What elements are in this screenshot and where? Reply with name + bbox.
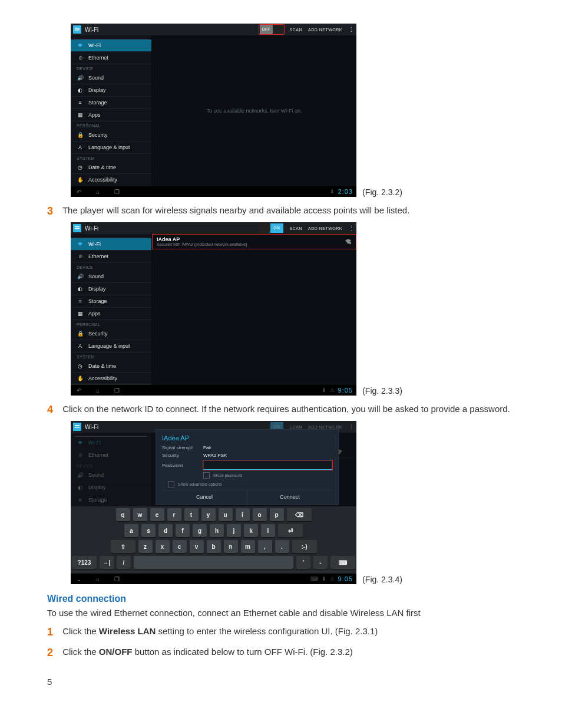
network-item[interactable]: IAdea AP Secured with WPA2 (protected ne… bbox=[152, 234, 356, 249]
keyboard-hide-icon[interactable]: ⌄ bbox=[74, 575, 84, 582]
sidebar-item-sound[interactable]: 🔊Sound bbox=[71, 271, 151, 283]
sidebar-item-wifi[interactable]: Wi-Fi bbox=[71, 437, 151, 449]
key-:-)[interactable]: :-) bbox=[292, 540, 317, 553]
sidebar-item-apps[interactable]: ▦Apps bbox=[71, 109, 151, 121]
status-clock: 9:05 bbox=[338, 575, 353, 582]
key-k[interactable]: k bbox=[244, 524, 258, 537]
overflow-icon[interactable]: ⋮ bbox=[348, 26, 354, 34]
key-slash[interactable]: / bbox=[117, 556, 131, 569]
sidebar-item-storage[interactable]: ≡Storage bbox=[71, 295, 151, 308]
key-z[interactable]: z bbox=[138, 540, 153, 553]
sidebar-item-accessibility[interactable]: ✋Accessibility bbox=[71, 373, 151, 385]
key-w[interactable]: w bbox=[133, 508, 147, 521]
wired-connection-heading: Wired connection bbox=[47, 594, 515, 604]
sidebar-item-language[interactable]: ALanguage & input bbox=[71, 340, 151, 353]
key-⏎[interactable]: ⏎ bbox=[278, 524, 303, 537]
sidebar-item-wifi[interactable]: Wi-Fi bbox=[71, 39, 151, 52]
key-g[interactable]: g bbox=[193, 524, 207, 537]
recents-icon[interactable]: ❐ bbox=[112, 575, 121, 582]
key-j[interactable]: j bbox=[227, 524, 241, 537]
add-network-button[interactable]: ADD NETWORK bbox=[308, 28, 342, 32]
sidebar-item-apps[interactable]: ▦Apps bbox=[71, 308, 151, 320]
step-number: 4 bbox=[47, 404, 60, 416]
key-b[interactable]: b bbox=[207, 540, 221, 553]
sidebar-item-ethernet[interactable]: ⎚Ethernet bbox=[71, 449, 151, 462]
key-c[interactable]: c bbox=[173, 540, 187, 553]
add-network-button[interactable]: ADD NETWORK bbox=[308, 226, 342, 230]
scan-button[interactable]: SCAN bbox=[290, 226, 302, 230]
key-v[interactable]: v bbox=[190, 540, 204, 553]
figure-2-3-2-row: Wi-Fi OFF SCAN ADD NETWORK ⋮ Wi-Fi ⎚Ethe… bbox=[71, 24, 515, 197]
home-icon[interactable]: ⌂ bbox=[93, 188, 103, 195]
key-i[interactable]: i bbox=[236, 508, 250, 521]
sidebar-item-storage[interactable]: ≡Storage bbox=[71, 97, 151, 109]
sidebar-item-display[interactable]: ◐Display bbox=[71, 84, 151, 97]
sidebar-item-accessibility[interactable]: ✋Accessibility bbox=[71, 174, 151, 186]
key-symbols[interactable]: ?123 bbox=[72, 556, 97, 569]
key-tab[interactable]: →| bbox=[100, 556, 114, 569]
key-f[interactable]: f bbox=[176, 524, 190, 537]
sidebar-item-sound[interactable]: 🔊Sound bbox=[71, 469, 151, 482]
back-icon[interactable]: ↶ bbox=[74, 387, 84, 394]
key-dash[interactable]: - bbox=[313, 556, 328, 569]
connect-button[interactable]: Connect bbox=[247, 490, 332, 503]
key-u[interactable]: u bbox=[219, 508, 233, 521]
key-x[interactable]: x bbox=[156, 540, 170, 553]
overflow-icon[interactable]: ⋮ bbox=[348, 225, 354, 232]
sidebar-item-sound[interactable]: 🔊Sound bbox=[71, 72, 151, 84]
key-o[interactable]: o bbox=[253, 508, 267, 521]
key-input-method[interactable]: ⌨ bbox=[330, 556, 355, 569]
key-r[interactable]: r bbox=[167, 508, 181, 521]
home-icon[interactable]: ⌂ bbox=[93, 575, 103, 582]
key-⌫[interactable]: ⌫ bbox=[287, 508, 312, 521]
warning-icon: ⚠ bbox=[330, 387, 335, 393]
back-icon[interactable]: ↶ bbox=[74, 188, 84, 195]
sidebar-item-ethernet[interactable]: ⎚Ethernet bbox=[71, 251, 151, 263]
recents-icon[interactable]: ❐ bbox=[112, 188, 121, 195]
key-m[interactable]: m bbox=[241, 540, 255, 553]
key-n[interactable]: n bbox=[224, 540, 238, 553]
sidebar-item-ethernet[interactable]: ⎚Ethernet bbox=[71, 52, 151, 64]
key-t[interactable]: t bbox=[184, 508, 199, 521]
sidebar-item-display[interactable]: ◐Display bbox=[71, 482, 151, 494]
show-advanced-checkbox[interactable]: Show advanced options bbox=[168, 481, 332, 487]
sidebar-item-security[interactable]: 🔒Security bbox=[71, 328, 151, 340]
settings-titlebar: Wi-Fi OFF SCAN ADD NETWORK ⋮ bbox=[71, 24, 356, 35]
sidebar-item-security[interactable]: 🔒Security bbox=[71, 129, 151, 141]
wifi-toggle[interactable]: OFF bbox=[259, 25, 284, 34]
sidebar-item-datetime[interactable]: ◷Date & time bbox=[71, 162, 151, 174]
add-network-button[interactable]: ADD NETWORK bbox=[308, 425, 342, 429]
recents-icon[interactable]: ❐ bbox=[112, 387, 121, 394]
key-h[interactable]: h bbox=[210, 524, 224, 537]
key-e[interactable]: e bbox=[150, 508, 164, 521]
key-l[interactable]: l bbox=[261, 524, 275, 537]
settings-sidebar: Wi-Fi ⎚Ethernet DEVICE 🔊Sound ◐Display ≡… bbox=[71, 234, 152, 385]
key-a[interactable]: a bbox=[124, 524, 138, 537]
sidebar-item-display[interactable]: ◐Display bbox=[71, 283, 151, 295]
sidebar-item-storage[interactable]: ≡Storage bbox=[71, 494, 151, 506]
key-⇧[interactable]: ⇧ bbox=[111, 540, 135, 553]
key-,[interactable]: , bbox=[258, 540, 272, 553]
scan-button[interactable]: SCAN bbox=[290, 425, 302, 429]
key-d[interactable]: d bbox=[158, 524, 173, 537]
sidebar-item-datetime[interactable]: ◷Date & time bbox=[71, 360, 151, 373]
sidebar-header-personal: PERSONAL bbox=[71, 121, 151, 129]
key-s[interactable]: s bbox=[141, 524, 156, 537]
home-icon[interactable]: ⌂ bbox=[93, 387, 103, 394]
key-p[interactable]: p bbox=[270, 508, 284, 521]
sidebar-item-language[interactable]: ALanguage & input bbox=[71, 141, 151, 154]
sidebar-item-wifi[interactable]: Wi-Fi bbox=[71, 238, 151, 251]
key-.[interactable]: . bbox=[275, 540, 289, 553]
system-navbar: ⌄ ⌂ ❐ ⌨ ⬇ ⚠ 9:05 bbox=[71, 574, 356, 584]
show-password-checkbox[interactable]: Show password bbox=[203, 472, 332, 479]
scan-button[interactable]: SCAN bbox=[290, 28, 302, 32]
cancel-button[interactable]: Cancel bbox=[162, 490, 247, 503]
key-q[interactable]: q bbox=[116, 508, 130, 521]
lock-icon: 🔒 bbox=[77, 330, 84, 337]
wifi-toggle[interactable]: ON bbox=[259, 223, 284, 233]
key-space[interactable] bbox=[134, 556, 293, 569]
overflow-icon[interactable]: ⋮ bbox=[348, 423, 354, 431]
key-y[interactable]: y bbox=[201, 508, 216, 521]
key-quote[interactable]: ' bbox=[296, 556, 310, 569]
password-input[interactable] bbox=[203, 460, 332, 470]
